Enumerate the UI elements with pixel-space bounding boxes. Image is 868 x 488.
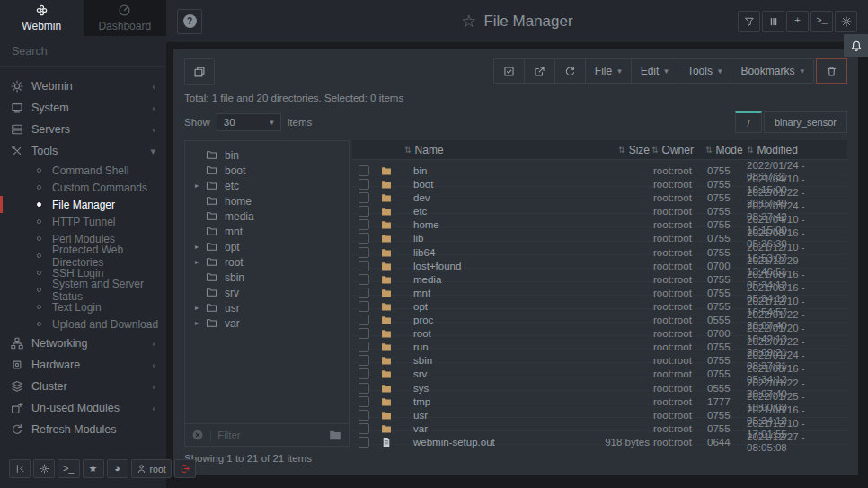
sidebar-item-label: Hardware [31,359,80,371]
table-row[interactable]: binroot:root07552022/01/24 - 08:37:31 [352,160,847,173]
sidebar-item-servers[interactable]: Servers‹ [0,119,166,140]
sidebar-item-networking[interactable]: Networking‹ [0,333,166,354]
tree-item-srv[interactable]: srv [185,285,349,300]
sidebar-item-system[interactable]: System‹ [0,97,166,119]
settings-button[interactable] [835,11,857,32]
row-checkbox[interactable] [359,179,369,190]
row-checkbox[interactable] [359,247,369,258]
sidebar-subitem-protected-web-directories[interactable]: Protected Web Directories [0,247,166,264]
sidebar-footer: >_ ★ ◕ root [9,459,196,478]
tree-item-root[interactable]: ▸root [185,254,349,270]
clear-filter-icon[interactable] [191,429,204,441]
bookmarks-menu-button[interactable]: Bookmarks▾ [731,58,814,84]
column-header-name[interactable]: ⇅Name [404,144,565,156]
filter-input[interactable] [217,430,323,440]
search-input[interactable] [12,45,156,58]
sidebar-item-un-used-modules[interactable]: Un-used Modules‹ [0,397,166,419]
tab-dashboard[interactable]: Dashboard [84,0,167,36]
clone-window-button[interactable] [184,58,215,85]
page-size-select[interactable]: 30 ▾ [217,113,281,131]
select-all-button[interactable] [493,58,525,84]
columns-button[interactable] [762,11,784,32]
tree-item-boot[interactable]: boot [185,163,349,178]
user-button[interactable]: root [131,459,172,478]
breadcrumb-item[interactable]: binary_sensor [764,111,847,133]
sidebar-item-cluster[interactable]: Cluster‹ [0,376,166,397]
collapse-sidebar-button[interactable] [9,459,31,478]
tree-item-sbin[interactable]: sbin [185,270,349,285]
row-checkbox[interactable] [359,410,369,421]
filter-button[interactable] [738,11,760,32]
caret-right-icon[interactable]: ▸ [195,243,206,251]
row-checkbox[interactable] [359,301,369,312]
row-checkbox[interactable] [359,219,369,230]
edit-menu-button[interactable]: Edit▾ [631,58,678,84]
row-checkbox[interactable] [359,328,369,339]
trash-button[interactable] [816,58,847,84]
row-checkbox[interactable] [359,368,369,379]
favorites-button[interactable]: ★ [83,459,104,478]
sidebar-item-hardware[interactable]: Hardware‹ [0,354,166,376]
row-checkbox[interactable] [359,274,369,285]
sidebar-item-webmin[interactable]: Webmin‹ [0,75,166,97]
row-checkbox[interactable] [359,342,369,352]
row-checkbox[interactable] [359,437,369,448]
sidebar-item-tools[interactable]: Tools▾ [0,140,166,162]
caret-right-icon[interactable]: ▸ [195,304,206,312]
sidebar-item-refresh-modules[interactable]: Refresh Modules [0,419,166,440]
column-header-modified[interactable]: ⇅Modified [747,144,847,156]
tree-item-usr[interactable]: ▸usr [185,300,349,315]
logout-button[interactable] [174,459,196,478]
tools-menu-button[interactable]: Tools▾ [678,58,732,84]
row-checkbox[interactable] [359,261,369,271]
row-checkbox[interactable] [359,165,369,176]
theme-toggle-button[interactable] [33,459,55,478]
sidebar-subitem-text-login[interactable]: Text Login [0,298,166,315]
sidebar-subitem-system-and-server-status[interactable]: System and Server Status [0,281,166,298]
shell-button[interactable]: >_ [58,459,80,478]
columns-icon [768,16,779,27]
night-mode-button[interactable]: ◕ [107,459,128,478]
breadcrumb-root[interactable]: / [735,111,762,133]
terminal-button[interactable]: >_ [810,11,833,32]
caret-right-icon[interactable]: ▸ [195,319,206,327]
tree-item-bin[interactable]: bin [185,147,349,163]
sidebar-subitem-upload-and-download[interactable]: Upload and Download [0,315,166,333]
row-checkbox[interactable] [359,233,369,244]
caret-right-icon[interactable]: ▸ [195,258,206,266]
column-header-mode[interactable]: ⇅Mode [705,144,747,156]
row-checkbox[interactable] [359,383,369,394]
cell-owner: root:root [651,179,705,190]
cell-owner: root:root [651,233,705,244]
tree-item-etc[interactable]: ▸etc [185,178,349,193]
favorite-star-icon[interactable]: ☆ [461,11,476,31]
sidebar-subitem-command-shell[interactable]: Command Shell [0,162,166,179]
caret-right-icon[interactable]: ▸ [195,182,206,190]
column-header-owner[interactable]: ⇅Owner [651,144,705,156]
open-in-button[interactable] [524,58,555,84]
tree-item-var[interactable]: ▸var [185,315,349,331]
chevron-down-icon: ▾ [718,67,722,75]
row-checkbox[interactable] [359,206,369,217]
tree-item-media[interactable]: media [185,209,349,224]
sidebar-subitem-file-manager[interactable]: File Manager [0,196,166,213]
tree-item-opt[interactable]: ▸opt [185,239,349,254]
notifications-button[interactable] [844,34,868,57]
row-checkbox[interactable] [359,355,369,366]
row-checkbox[interactable] [359,423,369,434]
reload-button[interactable] [554,58,586,84]
row-checkbox[interactable] [359,192,369,203]
sidebar-subitem-custom-commands[interactable]: Custom Commands [0,179,166,196]
column-header-size[interactable]: ⇅Size [565,144,651,156]
tree-item-mnt[interactable]: mnt [185,224,349,239]
add-button[interactable]: + [786,11,809,32]
folder-select-icon[interactable] [328,429,342,441]
sidebar-subitem-http-tunnel[interactable]: HTTP Tunnel [0,213,166,230]
file-menu-button[interactable]: File▾ [585,58,632,84]
tree-item-home[interactable]: home [185,193,349,209]
tab-webmin[interactable]: Webmin [0,0,84,36]
row-checkbox[interactable] [359,396,369,407]
row-checkbox[interactable] [359,288,369,298]
help-button[interactable]: ? [177,9,202,34]
row-checkbox[interactable] [359,315,369,325]
